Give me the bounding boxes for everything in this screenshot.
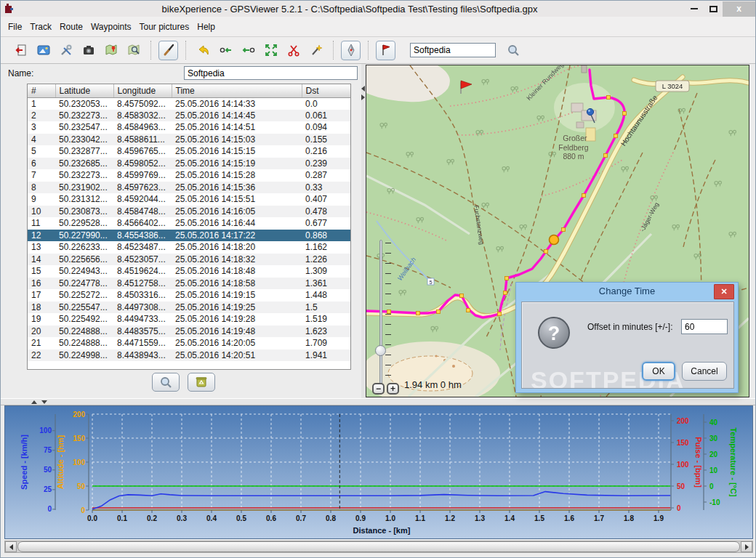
offset-input[interactable] <box>681 319 728 334</box>
slider-track[interactable] <box>379 240 382 385</box>
ok-button[interactable]: OK <box>642 362 675 381</box>
minimize-button[interactable] <box>685 1 704 17</box>
table-row[interactable]: 950.231312...8.4592044...25.05.2016 14:1… <box>28 193 350 206</box>
svg-text:1.8: 1.8 <box>624 514 634 522</box>
table-row[interactable]: 1350.226233...8.4523487...25.05.2016 14:… <box>28 241 350 254</box>
slider-thumb[interactable] <box>375 345 386 356</box>
profile-chart[interactable]: 0.00.10.20.30.40.50.60.70.80.91.01.11.21… <box>4 405 753 539</box>
table-row[interactable]: 1450.225656...8.4523057...25.05.2016 14:… <box>28 254 350 266</box>
point-forward-button[interactable] <box>238 41 258 60</box>
menu-file[interactable]: File <box>8 19 28 35</box>
map-label-peak-3: 880 m <box>563 152 584 161</box>
splitter-down-icon[interactable] <box>41 400 47 404</box>
splitter-left-icon[interactable] <box>361 86 365 92</box>
cancel-button[interactable]: Cancel <box>682 362 727 381</box>
point-forward-icon <box>241 44 256 57</box>
svg-text:L 3024: L 3024 <box>662 82 683 90</box>
menu-tour-pictures[interactable]: Tour pictures <box>140 19 196 35</box>
table-row[interactable]: 350.232547...8.4584963...25.05.2016 14:1… <box>28 121 350 134</box>
menu-help[interactable]: Help <box>197 19 222 35</box>
close-button[interactable]: x <box>723 1 755 17</box>
search-input[interactable] <box>410 43 496 57</box>
dialog-body: SOFTPEDIA ? Offset in minutes [+/-]: OK … <box>521 302 734 389</box>
table-row[interactable]: 450.233042...8.4588611...25.05.2016 14:1… <box>28 134 350 146</box>
table-row[interactable]: 2050.224888...8.4483575...25.05.2016 14:… <box>28 326 350 338</box>
splitter-right-icon[interactable] <box>361 94 365 100</box>
table-row[interactable]: 1050.230873...8.4584748...25.05.2016 14:… <box>28 206 350 218</box>
toolbar-separator <box>185 41 186 60</box>
current-position-marker[interactable] <box>550 235 559 245</box>
minimize-icon <box>691 8 698 9</box>
table-row[interactable]: 850.231902...8.4597623...25.05.2016 14:1… <box>28 182 350 194</box>
undo-icon <box>196 44 211 57</box>
image-button[interactable] <box>33 41 53 60</box>
name-label: Name: <box>8 68 33 78</box>
waypoint-flag-button[interactable] <box>376 41 395 60</box>
zoom-to-point-button[interactable] <box>152 373 180 392</box>
navigate-button[interactable] <box>341 41 361 60</box>
fit-icon <box>265 44 278 57</box>
cut-button[interactable] <box>284 41 303 60</box>
table-row[interactable]: 1650.224778...8.4512758...25.05.2016 14:… <box>28 278 350 290</box>
map-zoom-slider[interactable] <box>374 240 395 389</box>
table-row[interactable]: 1550.224943...8.4519624...25.05.2016 14:… <box>28 265 350 278</box>
map-zoom-out-button[interactable]: − <box>372 383 385 395</box>
magic-wand-button[interactable] <box>306 41 326 60</box>
table-row[interactable]: 650.232685...8.4598052...25.05.2016 14:1… <box>28 158 350 170</box>
column-header[interactable]: # <box>28 84 55 97</box>
svg-text:200: 200 <box>73 411 85 418</box>
exit-button[interactable] <box>11 41 31 60</box>
table-row[interactable]: 150.232053...8.4575092...25.05.2016 14:1… <box>28 97 350 110</box>
point-back-button[interactable] <box>216 41 236 60</box>
track-point-table[interactable]: #LatitudeLongitudeTimeDst 150.232053...8… <box>27 84 351 370</box>
svg-text:25: 25 <box>44 485 52 493</box>
draw-track-button[interactable] <box>158 41 178 60</box>
table-row[interactable]: 1850.225547...8.4497308...25.05.2016 14:… <box>28 302 350 314</box>
search-button[interactable] <box>503 41 523 60</box>
column-header[interactable]: Longitude <box>113 84 172 97</box>
scroll-left-button[interactable] <box>5 541 17 552</box>
column-header[interactable]: Latitude <box>55 84 113 97</box>
svg-text:0.2: 0.2 <box>147 514 157 522</box>
table-row[interactable]: 1950.225492...8.4494733...25.05.2016 14:… <box>28 313 350 326</box>
track-table-body: 150.232053...8.4575092...25.05.2016 14:1… <box>28 97 350 361</box>
fit-view-button[interactable] <box>261 41 281 60</box>
map-search-button[interactable] <box>124 41 143 60</box>
maximize-button[interactable] <box>704 1 723 17</box>
dialog-close-button[interactable]: ✕ <box>714 284 734 299</box>
menu-track[interactable]: Track <box>30 19 58 35</box>
table-row[interactable]: 1150.229528...8.4566402...25.05.2016 14:… <box>28 217 350 230</box>
chart-scrollbar[interactable] <box>4 541 753 553</box>
scrollbar-thumb[interactable] <box>17 541 740 552</box>
svg-text:0.0: 0.0 <box>87 514 97 522</box>
table-row[interactable]: 2250.224998...8.4438943...25.05.2016 14:… <box>28 349 350 362</box>
delete-point-button[interactable] <box>188 373 215 392</box>
map-zoom-in-button[interactable]: + <box>387 383 399 395</box>
brush-icon <box>162 44 175 57</box>
axis-label-speed: Speed - [km/h] <box>20 434 28 490</box>
table-row[interactable]: 550.232877...8.4596765...25.05.2016 14:1… <box>28 145 350 158</box>
slider-tick <box>385 283 391 284</box>
menu-waypoints[interactable]: Waypoints <box>91 19 138 35</box>
scroll-right-button[interactable] <box>741 541 752 552</box>
table-row[interactable]: 750.232273...8.4599769...25.05.2016 14:1… <box>28 169 350 182</box>
table-header-row[interactable]: #LatitudeLongitudeTimeDst <box>28 84 350 97</box>
menu-route[interactable]: Route <box>60 19 89 35</box>
table-row[interactable]: 1250.227990...8.4554386...25.05.2016 14:… <box>28 230 350 242</box>
svg-text:150: 150 <box>677 439 689 447</box>
settings-button[interactable] <box>56 41 76 60</box>
track-name-input[interactable] <box>184 66 358 80</box>
table-row[interactable]: 250.232273...8.4583032...25.05.2016 14:1… <box>28 110 350 122</box>
camera-button[interactable] <box>79 41 98 60</box>
table-row[interactable]: 1750.225272...8.4503316...25.05.2016 14:… <box>28 289 350 302</box>
table-row[interactable]: 2150.224888...8.4471559...25.05.2016 14:… <box>28 337 350 349</box>
offset-label: Offset in minutes [+/-]: <box>587 322 673 332</box>
svg-text:100: 100 <box>73 458 85 466</box>
column-header[interactable]: Time <box>172 84 302 97</box>
horizontal-splitter[interactable] <box>1 398 755 405</box>
undo-button[interactable] <box>193 41 213 60</box>
splitter-up-icon[interactable] <box>31 400 37 404</box>
exit-icon <box>15 44 28 57</box>
column-header[interactable]: Dst <box>302 84 350 97</box>
map-button[interactable] <box>101 41 121 60</box>
